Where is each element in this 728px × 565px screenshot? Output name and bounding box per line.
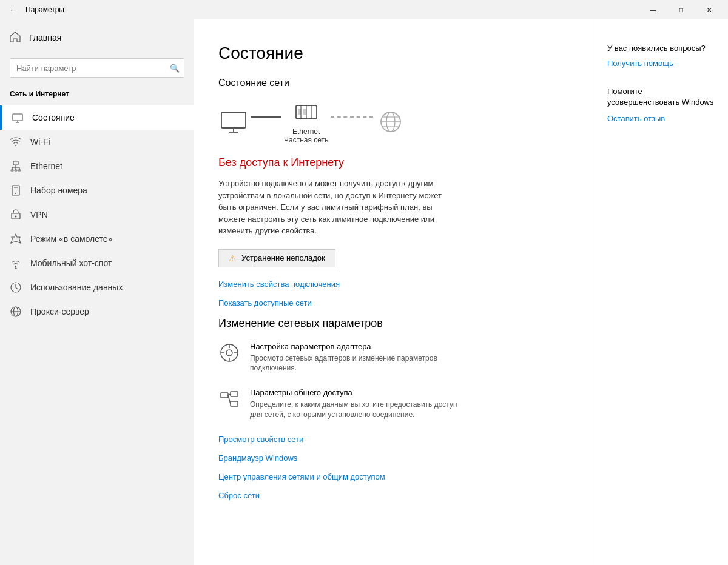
svg-rect-44: [231, 401, 238, 406]
sidebar-item-airplane[interactable]: Режим «в самолете»: [0, 227, 194, 251]
firewall-link[interactable]: Брандмауэр Windows: [218, 453, 570, 463]
globe-icon-container: [376, 110, 406, 135]
home-icon: [10, 32, 22, 44]
data-icon: [10, 281, 22, 293]
adapter-settings-icon: [218, 342, 240, 364]
main-content: Состояние Состояние сети: [194, 19, 595, 565]
sharing-settings-item: Параметры общего доступа Определите, к к…: [218, 388, 570, 420]
sidebar-item-label-ethernet: Ethernet: [30, 161, 62, 171]
sharing-settings-desc: Определите, к каким данным вы хотите пре…: [250, 400, 468, 420]
change-properties-link[interactable]: Изменить свойства подключения: [218, 279, 570, 289]
view-properties-link[interactable]: Просмотр свойств сети: [218, 435, 570, 444]
sidebar-item-label-wifi: Wi-Fi: [30, 137, 50, 147]
sidebar-item-label-datausage: Использование данных: [30, 282, 123, 292]
sidebar-item-label-vpn: VPN: [30, 210, 48, 219]
airplane-icon: [10, 233, 22, 245]
right-panel: У вас появились вопросы? Получить помощь…: [595, 19, 728, 565]
proxy-icon: [10, 306, 22, 318]
sidebar-home[interactable]: Главная: [0, 24, 194, 51]
sidebar-item-label-dialup: Набор номера: [30, 186, 87, 195]
svg-rect-22: [221, 112, 246, 128]
svg-rect-10: [15, 170, 17, 171]
svg-rect-0: [13, 114, 22, 121]
wifi-icon: [10, 136, 22, 148]
sidebar: Главная 🔍 Сеть и Интернет Состояние: [0, 19, 194, 565]
svg-rect-3: [13, 161, 18, 165]
troubleshoot-label: Устранение неполадок: [241, 253, 325, 262]
adapter-settings-item: Настройка параметров адаптера Просмотр с…: [218, 342, 570, 374]
sidebar-item-label-status: Состояние: [32, 113, 75, 122]
network-center-link[interactable]: Центр управления сетями и общим доступом: [218, 472, 570, 481]
computer-icon-container: [218, 110, 249, 135]
vpn-icon: [10, 209, 22, 221]
app-container: Главная 🔍 Сеть и Интернет Состояние: [0, 19, 728, 565]
line-solid: [251, 116, 281, 118]
svg-line-46: [228, 395, 231, 404]
show-networks-link[interactable]: Показать доступные сети: [218, 298, 570, 307]
improve-title: Помогите усовершенствовать Windows: [607, 86, 716, 108]
sidebar-item-dialup[interactable]: Набор номера: [0, 178, 194, 202]
network-diagram: Ethernet Частная сеть: [218, 101, 570, 144]
sidebar-item-ethernet[interactable]: Ethernet: [0, 154, 194, 178]
titlebar: ← Параметры — □ ✕: [0, 0, 728, 19]
back-button[interactable]: ←: [5, 1, 22, 18]
home-label: Главная: [29, 33, 61, 42]
sidebar-item-label-hotspot: Мобильный хот-спот: [30, 258, 112, 268]
sidebar-item-status[interactable]: Состояние: [0, 105, 194, 130]
sharing-settings-title: Параметры общего доступа: [250, 388, 468, 397]
status-icon: [12, 112, 24, 124]
maximize-button[interactable]: □: [667, 0, 695, 19]
no-internet-label: Без доступа к Интернету: [218, 156, 570, 169]
phone-icon: [10, 184, 22, 196]
sharing-settings-icon: [218, 388, 240, 410]
window-title: Параметры: [25, 5, 64, 14]
sidebar-item-proxy[interactable]: Прокси-сервер: [0, 299, 194, 324]
status-description: Устройство подключено и может получить д…: [218, 178, 461, 237]
sidebar-item-label-proxy: Прокси-сервер: [30, 307, 89, 316]
svg-rect-42: [221, 393, 228, 398]
globe-icon: [376, 110, 406, 135]
svg-rect-9: [11, 170, 13, 171]
help-title: У вас появились вопросы?: [607, 44, 716, 53]
search-input[interactable]: [10, 58, 184, 78]
sidebar-section-title: Сеть и Интернет: [0, 85, 194, 103]
line-dashed: [331, 116, 373, 118]
troubleshoot-button[interactable]: ⚠ Устранение неполадок: [218, 249, 335, 267]
adapter-settings-text: Настройка параметров адаптера Просмотр с…: [250, 342, 468, 374]
sidebar-item-datausage[interactable]: Использование данных: [0, 275, 194, 299]
network-status-title: Состояние сети: [218, 78, 570, 89]
svg-rect-29: [298, 109, 301, 115]
sidebar-item-hotspot[interactable]: Мобильный хот-спот: [0, 251, 194, 275]
svg-point-15: [15, 216, 17, 218]
hotspot-icon: [10, 257, 22, 269]
minimize-button[interactable]: —: [639, 0, 667, 19]
svg-point-13: [15, 193, 16, 194]
svg-rect-11: [18, 170, 21, 171]
window-controls: — □ ✕: [639, 0, 723, 19]
adapter-settings-title: Настройка параметров адаптера: [250, 342, 468, 351]
router-icon: [291, 101, 322, 125]
svg-rect-43: [231, 392, 238, 396]
leave-feedback-link[interactable]: Оставить отзыв: [607, 114, 716, 123]
adapter-settings-desc: Просмотр сетевых адаптеров и изменение п…: [250, 353, 468, 374]
ethernet-label: Ethernet Частная сеть: [284, 127, 328, 144]
warning-icon: ⚠: [229, 253, 237, 263]
svg-point-16: [15, 266, 16, 267]
search-icon: 🔍: [170, 64, 180, 73]
sidebar-item-vpn[interactable]: VPN: [0, 202, 194, 227]
ethernet-icon: [10, 160, 22, 172]
close-button[interactable]: ✕: [695, 0, 723, 19]
svg-rect-30: [303, 109, 306, 115]
router-icon-container: Ethernet Частная сеть: [284, 101, 328, 144]
sharing-settings-text: Параметры общего доступа Определите, к к…: [250, 388, 468, 420]
search-box: 🔍: [10, 58, 184, 78]
sidebar-item-wifi[interactable]: Wi-Fi: [0, 130, 194, 154]
computer-icon: [218, 110, 249, 135]
reset-network-link[interactable]: Сброс сети: [218, 491, 570, 500]
svg-point-37: [226, 350, 232, 356]
page-title: Состояние: [218, 44, 570, 63]
get-help-link[interactable]: Получить помощь: [607, 59, 716, 68]
change-section-title: Изменение сетевых параметров: [218, 317, 570, 330]
sidebar-item-label-airplane: Режим «в самолете»: [30, 234, 112, 244]
